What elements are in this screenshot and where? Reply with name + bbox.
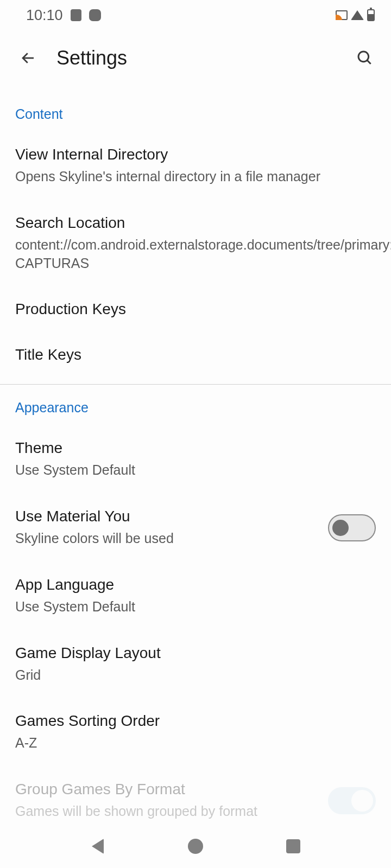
- toggle-group-games-by-format[interactable]: [328, 787, 376, 814]
- setting-subtitle: Skyline colors will be used: [15, 529, 317, 548]
- setting-text: Group Games By Format Games will be show…: [15, 781, 317, 821]
- setting-text: Theme Use System Default: [15, 439, 376, 480]
- setting-text: Games Sorting Order A-Z: [15, 712, 376, 752]
- setting-title: Group Games By Format: [15, 781, 317, 798]
- search-icon: [356, 49, 374, 67]
- setting-text: Game Display Layout Grid: [15, 644, 376, 685]
- section-header-appearance: Appearance: [15, 385, 376, 425]
- section-appearance: Appearance Theme Use System Default Use …: [0, 385, 391, 835]
- status-bar-left: 10:10: [26, 7, 101, 24]
- navigation-bar: [0, 825, 391, 868]
- setting-material-you[interactable]: Use Material You Skyline colors will be …: [15, 494, 376, 562]
- svg-line-2: [367, 60, 371, 64]
- setting-theme[interactable]: Theme Use System Default: [15, 425, 376, 494]
- setting-text: App Language Use System Default: [15, 576, 376, 616]
- setting-title: Use Material You: [15, 508, 317, 525]
- notification-icon-2: [89, 9, 101, 21]
- arrow-left-icon: [20, 50, 36, 66]
- setting-title: View Internal Directory: [15, 146, 376, 163]
- setting-search-location[interactable]: Search Location content://com.android.ex…: [15, 200, 376, 287]
- section-header-content: Content: [15, 91, 376, 132]
- cast-icon: [336, 10, 348, 20]
- setting-app-language[interactable]: App Language Use System Default: [15, 562, 376, 630]
- setting-title-keys[interactable]: Title Keys: [15, 332, 376, 378]
- setting-title: Title Keys: [15, 346, 376, 363]
- setting-title: Games Sorting Order: [15, 712, 376, 730]
- setting-text: Search Location content://com.android.ex…: [15, 214, 391, 273]
- status-time: 10:10: [26, 7, 63, 24]
- setting-title: Game Display Layout: [15, 644, 376, 662]
- svg-point-1: [358, 52, 369, 62]
- status-bar-right: [336, 9, 375, 21]
- search-button[interactable]: [354, 47, 376, 69]
- setting-subtitle: A-Z: [15, 734, 376, 752]
- setting-subtitle: Opens Skyline's internal directory in a …: [15, 168, 376, 186]
- setting-subtitle: Games will be shown grouped by format: [15, 802, 317, 821]
- setting-game-display-layout[interactable]: Game Display Layout Grid: [15, 630, 376, 699]
- setting-text: View Internal Directory Opens Skyline's …: [15, 146, 376, 186]
- circle-icon: [188, 839, 203, 854]
- setting-subtitle: Grid: [15, 666, 376, 685]
- setting-title: Search Location: [15, 214, 391, 232]
- setting-subtitle: Use System Default: [15, 461, 376, 480]
- section-content: Content View Internal Directory Opens Sk…: [0, 91, 391, 378]
- setting-text: Production Keys: [15, 301, 376, 318]
- page-title: Settings: [56, 47, 337, 69]
- battery-icon: [367, 9, 375, 21]
- setting-title: Theme: [15, 439, 376, 457]
- nav-back-button[interactable]: [87, 835, 109, 857]
- setting-text: Title Keys: [15, 346, 376, 363]
- status-bar: 10:10: [0, 0, 391, 30]
- wifi-icon: [351, 10, 364, 20]
- square-icon: [286, 839, 300, 853]
- setting-games-sorting-order[interactable]: Games Sorting Order A-Z: [15, 698, 376, 767]
- triangle-icon: [92, 839, 104, 854]
- toggle-material-you[interactable]: [328, 514, 376, 541]
- app-bar: Settings: [0, 30, 391, 91]
- setting-title: Production Keys: [15, 301, 376, 318]
- nav-recent-button[interactable]: [282, 835, 304, 857]
- setting-title: App Language: [15, 576, 376, 593]
- setting-production-keys[interactable]: Production Keys: [15, 286, 376, 332]
- notification-icon: [71, 9, 81, 21]
- back-button[interactable]: [17, 47, 39, 69]
- setting-subtitle: Use System Default: [15, 598, 376, 616]
- setting-text: Use Material You Skyline colors will be …: [15, 508, 317, 548]
- setting-subtitle: content://com.android.externalstorage.do…: [15, 236, 391, 273]
- setting-view-internal-directory[interactable]: View Internal Directory Opens Skyline's …: [15, 132, 376, 200]
- nav-home-button[interactable]: [185, 835, 206, 857]
